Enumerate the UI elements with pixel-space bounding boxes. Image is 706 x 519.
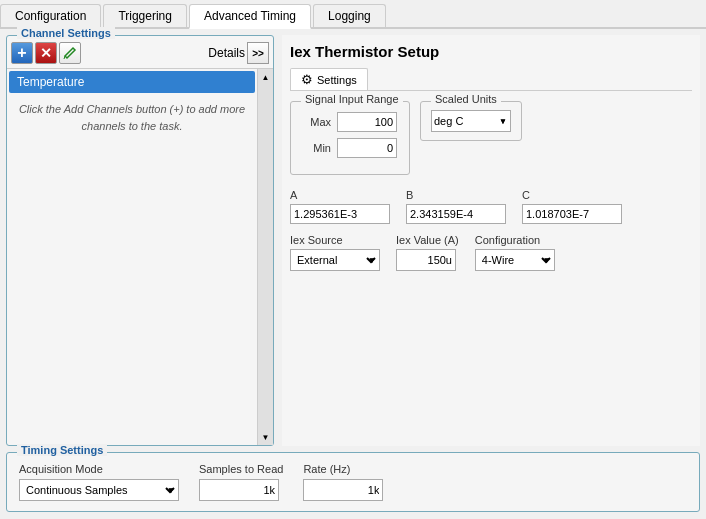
- scaled-units-legend: Scaled Units: [431, 93, 501, 105]
- acquisition-mode-select-wrapper: Continuous Samples N Samples 1 Sample (H…: [19, 479, 179, 501]
- samples-to-read-label: Samples to Read: [199, 463, 283, 475]
- details-label[interactable]: Details: [208, 46, 245, 60]
- settings-tab[interactable]: ⚙ Settings: [290, 68, 368, 90]
- signal-input-range-group: Signal Input Range Max Min: [290, 101, 410, 175]
- config-row: Iex Source External Internal ▼ Iex Value…: [290, 234, 692, 271]
- expand-button[interactable]: >>: [247, 42, 269, 64]
- rate-label: Rate (Hz): [303, 463, 383, 475]
- max-label: Max: [303, 116, 331, 128]
- settings-tab-bar: ⚙ Settings: [290, 68, 692, 91]
- channel-scrollbar[interactable]: ▲ ▼: [257, 69, 273, 445]
- tab-bar: Configuration Triggering Advanced Timing…: [0, 0, 706, 29]
- settings-tab-label: Settings: [317, 74, 357, 86]
- top-section: Channel Settings + ✕ Details >> Temperat…: [6, 35, 700, 446]
- samples-to-read-col: Samples to Read: [199, 463, 283, 501]
- iex-value-label: Iex Value (A): [396, 234, 459, 246]
- edit-channel-button[interactable]: [59, 42, 81, 64]
- coeff-c-col: C: [522, 189, 622, 224]
- min-label: Min: [303, 142, 331, 154]
- tab-configuration[interactable]: Configuration: [0, 4, 101, 27]
- svg-line-1: [64, 56, 65, 59]
- max-field-row: Max: [303, 112, 397, 132]
- tab-logging[interactable]: Logging: [313, 4, 386, 27]
- iex-title: Iex Thermistor Setup: [290, 43, 692, 60]
- coeff-b-input[interactable]: [406, 204, 506, 224]
- scaled-units-select[interactable]: deg C deg F K: [431, 110, 511, 132]
- scroll-up-arrow[interactable]: ▲: [258, 69, 274, 85]
- acquisition-mode-label: Acquisition Mode: [19, 463, 179, 475]
- channel-settings-legend: Channel Settings: [17, 27, 115, 39]
- svg-marker-0: [65, 48, 75, 58]
- iex-setup-panel: Iex Thermistor Setup ⚙ Settings Signal I…: [282, 35, 700, 446]
- iex-value-col: Iex Value (A): [396, 234, 459, 271]
- add-channel-button[interactable]: +: [11, 42, 33, 64]
- configuration-select-wrapper: 4-Wire 3-Wire 2-Wire ▼: [475, 249, 555, 271]
- channel-settings-panel: Channel Settings + ✕ Details >> Temperat…: [6, 35, 274, 446]
- pencil-icon: [63, 46, 77, 60]
- min-field-row: Min: [303, 138, 397, 158]
- signal-input-range-legend: Signal Input Range: [301, 93, 403, 105]
- main-content: Channel Settings + ✕ Details >> Temperat…: [0, 29, 706, 518]
- coeff-a-label: A: [290, 189, 390, 201]
- timing-row: Acquisition Mode Continuous Samples N Sa…: [19, 463, 687, 501]
- configuration-select[interactable]: 4-Wire 3-Wire 2-Wire: [475, 249, 555, 271]
- tab-triggering[interactable]: Triggering: [103, 4, 187, 27]
- acquisition-mode-col: Acquisition Mode Continuous Samples N Sa…: [19, 463, 179, 501]
- coeff-b-label: B: [406, 189, 506, 201]
- iex-source-col: Iex Source External Internal ▼: [290, 234, 380, 271]
- scroll-down-arrow[interactable]: ▼: [258, 429, 274, 445]
- timing-settings-panel: Timing Settings Acquisition Mode Continu…: [6, 452, 700, 512]
- coefficients-row: A B C: [290, 189, 692, 224]
- rate-col: Rate (Hz): [303, 463, 383, 501]
- coeff-c-input[interactable]: [522, 204, 622, 224]
- timing-settings-legend: Timing Settings: [17, 444, 107, 456]
- channel-item-temperature[interactable]: Temperature: [9, 71, 255, 93]
- scaled-units-select-wrapper: deg C deg F K ▼: [431, 110, 511, 132]
- scaled-units-group: Scaled Units deg C deg F K ▼: [420, 101, 522, 141]
- channel-toolbar: + ✕ Details >>: [7, 36, 273, 69]
- max-input[interactable]: [337, 112, 397, 132]
- configuration-col: Configuration 4-Wire 3-Wire 2-Wire ▼: [475, 234, 555, 271]
- coeff-a-input[interactable]: [290, 204, 390, 224]
- coeff-c-label: C: [522, 189, 622, 201]
- remove-channel-button[interactable]: ✕: [35, 42, 57, 64]
- settings-icon: ⚙: [301, 72, 313, 87]
- iex-source-select-wrapper: External Internal ▼: [290, 249, 380, 271]
- rate-input[interactable]: [303, 479, 383, 501]
- iex-value-input[interactable]: [396, 249, 456, 271]
- configuration-label: Configuration: [475, 234, 555, 246]
- channel-hint: Click the Add Channels button (+) to add…: [9, 93, 255, 142]
- coefficients-section: A B C: [290, 189, 692, 224]
- acquisition-mode-select[interactable]: Continuous Samples N Samples 1 Sample (H…: [19, 479, 179, 501]
- coeff-a-col: A: [290, 189, 390, 224]
- tab-advanced-timing[interactable]: Advanced Timing: [189, 4, 311, 29]
- iex-source-label: Iex Source: [290, 234, 380, 246]
- channel-list: Temperature Click the Add Channels butto…: [7, 69, 257, 445]
- samples-to-read-input[interactable]: [199, 479, 279, 501]
- min-input[interactable]: [337, 138, 397, 158]
- iex-source-select[interactable]: External Internal: [290, 249, 380, 271]
- coeff-b-col: B: [406, 189, 506, 224]
